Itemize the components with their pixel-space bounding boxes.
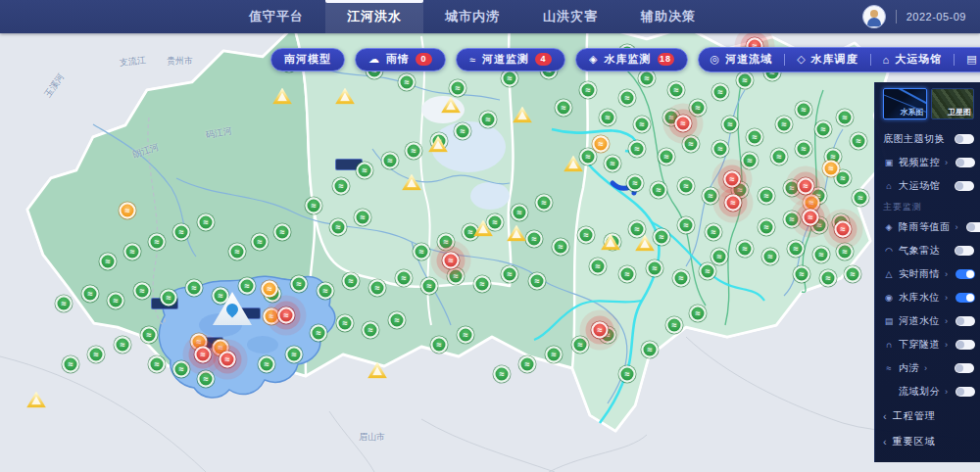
station-marker-alarm[interactable]: ≈ (592, 322, 609, 339)
station-marker-normal[interactable]: ≈ (556, 100, 572, 117)
station-marker-normal[interactable]: ≈ (149, 234, 166, 251)
basemap-water-system[interactable]: 水系图 (883, 88, 927, 119)
station-marker-normal[interactable]: ≈ (455, 123, 471, 140)
station-marker-normal[interactable]: ≈ (502, 266, 518, 283)
station-marker-warning[interactable]: ≈ (262, 281, 278, 298)
station-marker-warning[interactable]: ≈ (593, 136, 610, 153)
station-marker-normal[interactable]: ≈ (252, 234, 269, 251)
station-marker-normal[interactable]: ≈ (450, 80, 466, 97)
station-marker-normal[interactable]: ≈ (627, 175, 644, 192)
station-marker-normal[interactable]: ≈ (259, 356, 275, 373)
basemap-theme-toggle[interactable] (955, 134, 974, 144)
layer-toggle-气象雷达[interactable] (955, 246, 974, 256)
station-marker-normal[interactable]: ≈ (173, 224, 190, 241)
layer-toggle-河道水位[interactable] (956, 316, 975, 326)
layer-toggle-内涝[interactable] (955, 363, 974, 373)
station-marker-normal[interactable]: ≈ (161, 290, 177, 307)
station-marker-normal[interactable]: ≈ (759, 219, 775, 236)
station-marker-normal[interactable]: ≈ (619, 266, 636, 283)
station-marker-normal[interactable]: ≈ (771, 149, 788, 165)
station-marker-normal[interactable]: ≈ (654, 229, 670, 246)
station-marker-normal[interactable]: ≈ (494, 366, 511, 383)
station-marker-normal[interactable]: ≈ (647, 260, 663, 277)
layer-button-统计分析[interactable]: ▤统计分析 (955, 52, 980, 67)
station-marker-normal[interactable]: ≈ (590, 259, 607, 275)
station-marker-normal[interactable]: ≈ (406, 143, 422, 160)
station-marker-normal[interactable]: ≈ (796, 102, 812, 118)
station-marker-normal[interactable]: ≈ (141, 327, 158, 344)
nav-tab-江河洪水[interactable]: 江河洪水 (325, 0, 423, 33)
station-marker-normal[interactable]: ≈ (642, 342, 659, 358)
station-marker-normal[interactable]: ≈ (396, 270, 413, 287)
station-marker-normal[interactable]: ≈ (357, 163, 373, 179)
station-marker-normal[interactable]: ≈ (480, 112, 497, 128)
station-marker-normal[interactable]: ≈ (389, 312, 406, 329)
station-marker-normal[interactable]: ≈ (115, 337, 131, 354)
station-marker-normal[interactable]: ≈ (619, 366, 636, 383)
station-marker-normal[interactable]: ≈ (239, 278, 256, 295)
station-marker-normal[interactable]: ≈ (198, 371, 215, 388)
station-marker-normal[interactable]: ≈ (572, 337, 589, 354)
basemap-satellite[interactable]: 卫星图 (931, 88, 975, 119)
station-marker-normal[interactable]: ≈ (134, 283, 151, 300)
station-marker-normal[interactable]: ≈ (546, 347, 563, 363)
panel-link-重要区域[interactable]: ‹重要区域 (883, 429, 974, 454)
station-marker-normal[interactable]: ≈ (399, 74, 416, 91)
station-marker-normal[interactable]: ≈ (853, 190, 869, 207)
station-marker-normal[interactable]: ≈ (448, 268, 465, 285)
station-marker-normal[interactable]: ≈ (382, 153, 399, 169)
station-marker-alarm[interactable]: ≈ (798, 178, 814, 195)
monitor-button-河道监测[interactable]: ≈河道监测4 (456, 48, 565, 71)
station-marker-normal[interactable]: ≈ (330, 219, 347, 236)
station-marker-normal[interactable]: ≈ (629, 221, 646, 238)
station-marker-normal[interactable]: ≈ (198, 214, 215, 231)
station-marker-normal[interactable]: ≈ (651, 182, 667, 199)
station-marker-normal[interactable]: ≈ (519, 356, 536, 373)
layer-toggle-下穿隧道[interactable] (956, 340, 975, 350)
station-marker-normal[interactable]: ≈ (274, 224, 291, 241)
station-marker-normal[interactable]: ≈ (813, 247, 830, 263)
layer-button-河道流域[interactable]: ◎河道流域 (699, 52, 785, 67)
station-marker-normal[interactable]: ≈ (683, 136, 700, 153)
station-marker-normal[interactable]: ≈ (458, 327, 474, 344)
station-marker-normal[interactable]: ≈ (291, 276, 308, 293)
station-marker-normal[interactable]: ≈ (229, 244, 246, 260)
station-marker-normal[interactable]: ≈ (703, 188, 719, 205)
station-marker-normal[interactable]: ≈ (666, 317, 683, 334)
station-marker-normal[interactable]: ≈ (186, 280, 203, 297)
station-marker-normal[interactable]: ≈ (173, 361, 190, 378)
panel-link-工程管理[interactable]: ‹工程管理 (883, 403, 974, 429)
station-marker-normal[interactable]: ≈ (747, 129, 763, 146)
station-marker-normal[interactable]: ≈ (108, 293, 124, 309)
map-canvas[interactable]: 支流江贵州市玉溪河码江河朗江河眉山市≈≈≈≈≈≈≈≈≈≈≈≈≈≈≈≈≈≈≈≈≈≈… (0, 31, 980, 472)
station-marker-normal[interactable]: ≈ (619, 90, 636, 107)
layer-button-水库调度[interactable]: ◇水库调度 (785, 52, 869, 67)
nav-tab-辅助决策[interactable]: 辅助决策 (619, 0, 717, 33)
station-marker-normal[interactable]: ≈ (678, 178, 695, 195)
station-marker-normal[interactable]: ≈ (659, 149, 675, 165)
station-marker-normal[interactable]: ≈ (82, 286, 99, 303)
station-marker-alarm[interactable]: ≈ (724, 171, 741, 188)
station-marker-normal[interactable]: ≈ (673, 270, 690, 287)
station-marker-normal[interactable]: ≈ (124, 244, 141, 260)
station-marker-normal[interactable]: ≈ (784, 212, 801, 228)
station-marker-normal[interactable]: ≈ (737, 72, 754, 89)
station-marker-warning[interactable]: ≈ (120, 203, 136, 219)
station-marker-normal[interactable]: ≈ (711, 249, 728, 265)
station-marker-normal[interactable]: ≈ (776, 117, 793, 133)
station-marker-normal[interactable]: ≈ (421, 278, 438, 295)
station-marker-normal[interactable]: ≈ (529, 273, 546, 290)
monitor-button-水库监测[interactable]: ◈水库监测18 (575, 48, 687, 71)
station-marker-normal[interactable]: ≈ (845, 266, 861, 283)
station-marker-normal[interactable]: ≈ (487, 214, 504, 231)
station-marker-normal[interactable]: ≈ (605, 156, 621, 172)
station-marker-normal[interactable]: ≈ (149, 356, 166, 373)
nav-tab-城市内涝[interactable]: 城市内涝 (423, 0, 521, 33)
station-marker-normal[interactable]: ≈ (580, 82, 597, 99)
layer-toggle-降雨等值面[interactable] (966, 222, 980, 232)
station-marker-normal[interactable]: ≈ (759, 188, 775, 205)
station-marker-normal[interactable]: ≈ (56, 296, 73, 312)
station-marker-normal[interactable]: ≈ (706, 224, 722, 241)
station-marker-normal[interactable]: ≈ (668, 82, 685, 99)
station-marker-normal[interactable]: ≈ (363, 322, 379, 339)
